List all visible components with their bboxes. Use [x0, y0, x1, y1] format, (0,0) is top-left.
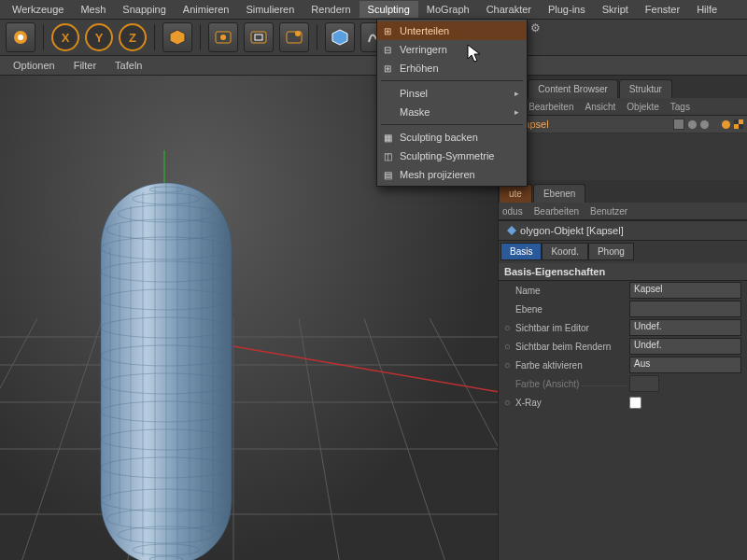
svg-line-20	[299, 318, 345, 560]
decrease-icon: ⊟	[381, 43, 394, 56]
subtab-koord[interactable]: Koord.	[542, 243, 587, 260]
axis-x-button[interactable]: X	[51, 23, 79, 51]
menuitem-label: Sculpting backen	[400, 132, 478, 143]
svg-line-21	[364, 318, 458, 560]
render-settings-icon[interactable]	[279, 22, 309, 52]
menuitem-label: Maske	[400, 106, 430, 118]
am-modus[interactable]: odus	[502, 206, 523, 217]
om-objekte[interactable]: Objekte	[627, 102, 658, 112]
increase-icon: ⊞	[381, 62, 394, 75]
right-panel: te Content Browser Struktur atei Bearbei…	[498, 76, 747, 560]
menu-separator	[381, 124, 523, 125]
subdivide-icon: ⊞	[381, 24, 394, 37]
am-bearbeiten[interactable]: Bearbeiten	[534, 206, 579, 217]
menuitem-projizieren[interactable]: ▤Mesh projizieren	[377, 165, 527, 184]
object-cube-icon[interactable]	[325, 22, 355, 52]
menu-hilfe[interactable]: Hilfe	[688, 1, 726, 18]
select-color-activate[interactable]: Aus	[629, 357, 741, 373]
opt-filter[interactable]: Filter	[64, 57, 106, 74]
input-ebene[interactable]	[629, 301, 741, 317]
menuitem-pinsel[interactable]: Pinsel	[377, 84, 527, 103]
layer-swatch-icon[interactable]	[673, 119, 684, 130]
svg-rect-5	[251, 32, 266, 43]
menu-sculpting[interactable]: Sculpting	[359, 1, 418, 18]
menuitem-symmetrie[interactable]: ◫Sculpting-Symmetrie	[377, 147, 527, 165]
section-basis: Basis-Eigenschaften	[499, 263, 747, 281]
menu-animieren[interactable]: Animieren	[175, 1, 238, 18]
menubar: Werkzeuge Mesh Snapping Animieren Simuli…	[0, 0, 747, 20]
axis-y-button[interactable]: Y	[85, 23, 113, 51]
select-vis-editor[interactable]: Undef.	[629, 319, 741, 336]
opt-tafeln[interactable]: Tafeln	[106, 57, 151, 74]
tab-ebenen[interactable]: Ebenen	[533, 184, 585, 203]
project-icon: ▤	[381, 168, 394, 181]
om-bearbeiten[interactable]: Bearbeiten	[529, 102, 573, 112]
polygon-icon	[506, 225, 517, 236]
menuitem-label: Pinsel	[400, 88, 428, 99]
cube-primitive-icon[interactable]	[162, 22, 192, 52]
gear-icon[interactable]: ⚙	[530, 21, 545, 36]
menuitem-verringern[interactable]: ⊟Verringern	[377, 40, 527, 59]
render-region-icon[interactable]	[244, 22, 274, 52]
menu-mograph[interactable]: MoGraph	[418, 1, 478, 18]
menuitem-unterteilen[interactable]: ⊞Unterteilen	[377, 21, 527, 40]
attr-subtabs: Basis Koord. Phong	[500, 243, 747, 260]
subtab-phong[interactable]: Phong	[588, 243, 634, 260]
menuitem-label: Erhöhen	[400, 63, 439, 74]
render-icon[interactable]	[208, 22, 238, 52]
svg-marker-9	[332, 30, 347, 45]
menu-mesh[interactable]: Mesh	[72, 1, 114, 18]
object-manager-menu: atei Bearbeiten Ansicht Objekte Tags	[499, 98, 747, 116]
live-select-icon[interactable]	[6, 22, 35, 52]
attr-manager-menu: odus Bearbeiten Benutzer	[499, 203, 747, 220]
label-ebene: Ebene	[515, 304, 627, 315]
phong-tag-icon[interactable]	[722, 120, 730, 129]
axis-z-button[interactable]: Z	[119, 23, 147, 51]
capsule-object[interactable]	[92, 178, 241, 560]
tab-attribute[interactable]: ute	[499, 184, 532, 203]
svg-point-4	[220, 35, 226, 40]
visibility-dot-icon[interactable]	[688, 120, 697, 129]
menu-werkzeuge[interactable]: Werkzeuge	[4, 1, 72, 18]
subtab-basis[interactable]: Basis	[500, 243, 542, 260]
render-dot-icon[interactable]	[700, 120, 709, 129]
checkbox-xray[interactable]	[629, 397, 641, 409]
tab-struktur[interactable]: Struktur	[619, 79, 672, 98]
axis-x-line	[233, 346, 498, 393]
menu-fenster[interactable]: Fenster	[637, 1, 688, 18]
select-vis-render[interactable]: Undef.	[629, 338, 741, 355]
toolbar-separator	[154, 24, 155, 50]
menuitem-label: Unterteilen	[400, 25, 449, 36]
brush-icon	[381, 87, 394, 100]
swatch-color-view	[629, 375, 659, 392]
menu-simulieren[interactable]: Simulieren	[237, 1, 303, 18]
tab-content-browser[interactable]: Content Browser	[528, 79, 617, 98]
menuitem-erhoehen[interactable]: ⊞Erhöhen	[377, 59, 527, 77]
svg-line-23	[430, 318, 498, 560]
checker-tag-icon[interactable]	[734, 119, 743, 129]
om-tags[interactable]: Tags	[670, 102, 690, 112]
menu-skript[interactable]: Skript	[594, 1, 637, 18]
om-ansicht[interactable]: Ansicht	[585, 102, 616, 112]
svg-marker-44	[507, 226, 516, 235]
menu-rendern[interactable]: Rendern	[303, 1, 359, 18]
toolbar-separator	[200, 24, 201, 50]
label-color-activate: Farbe aktivieren	[515, 360, 627, 371]
prop-bullet: ○	[504, 397, 514, 408]
am-benutzer[interactable]: Benutzer	[590, 206, 627, 217]
svg-line-18	[9, 318, 103, 560]
menu-snapping[interactable]: Snapping	[114, 1, 175, 18]
prop-bullet: ○	[504, 341, 514, 352]
menuitem-maske[interactable]: Maske	[377, 103, 527, 121]
label-xray: X-Ray	[515, 398, 627, 408]
menuitem-label: Mesh projizieren	[400, 169, 475, 180]
menu-plugins[interactable]: Plug-ins	[540, 1, 594, 18]
label-name: Name	[515, 286, 627, 296]
object-row-kapsel[interactable]: Kapsel	[499, 116, 747, 133]
input-name[interactable]: Kapsel	[629, 282, 741, 299]
opt-optionen[interactable]: Optionen	[4, 57, 64, 74]
label-color-view: Farbe (Ansicht)	[515, 379, 627, 389]
main-toolbar: X Y Z	[0, 20, 747, 56]
menu-charakter[interactable]: Charakter	[478, 1, 540, 18]
menuitem-backen[interactable]: ▦Sculpting backen	[377, 128, 527, 147]
